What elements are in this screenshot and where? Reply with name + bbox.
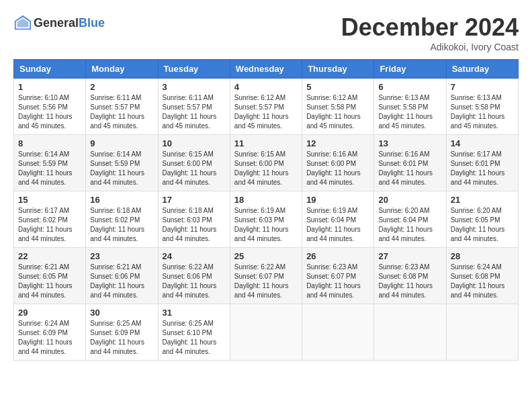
day-info: Sunrise: 6:24 AM Sunset: 6:08 PM Dayligh… (451, 263, 514, 300)
calendar-header-row: SundayMondayTuesdayWednesdayThursdayFrid… (14, 60, 519, 79)
calendar-cell: 23 Sunrise: 6:21 AM Sunset: 6:06 PM Dayl… (86, 248, 158, 304)
calendar-cell: 3 Sunrise: 6:11 AM Sunset: 5:57 PM Dayli… (158, 79, 230, 135)
day-number: 20 (378, 195, 441, 205)
calendar-cell: 27 Sunrise: 6:23 AM Sunset: 6:08 PM Dayl… (374, 248, 446, 304)
day-number: 23 (90, 251, 153, 261)
calendar-cell: 28 Sunrise: 6:24 AM Sunset: 6:08 PM Dayl… (446, 248, 518, 304)
day-number: 15 (18, 195, 81, 205)
day-info: Sunrise: 6:20 AM Sunset: 6:04 PM Dayligh… (378, 206, 441, 244)
day-info: Sunrise: 6:10 AM Sunset: 5:56 PM Dayligh… (18, 93, 81, 131)
logo: GeneralBlue (13, 13, 105, 32)
logo-icon (13, 13, 32, 32)
day-number: 19 (306, 195, 369, 205)
day-info: Sunrise: 6:18 AM Sunset: 6:03 PM Dayligh… (163, 206, 226, 244)
day-number: 9 (90, 138, 153, 148)
day-number: 5 (306, 82, 369, 92)
day-info: Sunrise: 6:13 AM Sunset: 5:58 PM Dayligh… (451, 93, 514, 131)
day-info: Sunrise: 6:17 AM Sunset: 6:01 PM Dayligh… (451, 150, 514, 187)
day-number: 24 (163, 251, 226, 261)
calendar-week-row: 1 Sunrise: 6:10 AM Sunset: 5:56 PM Dayli… (14, 79, 519, 135)
month-title: December 2024 (341, 13, 519, 42)
calendar-header-monday: Monday (86, 60, 158, 79)
calendar-cell: 25 Sunrise: 6:22 AM Sunset: 6:07 PM Dayl… (230, 248, 302, 304)
calendar-cell: 14 Sunrise: 6:17 AM Sunset: 6:01 PM Dayl… (446, 135, 518, 191)
calendar-cell: 4 Sunrise: 6:12 AM Sunset: 5:57 PM Dayli… (230, 79, 302, 135)
day-number: 11 (234, 138, 298, 148)
day-number: 16 (90, 195, 153, 205)
day-number: 26 (306, 251, 369, 261)
logo-general: General (34, 16, 79, 30)
day-info: Sunrise: 6:24 AM Sunset: 6:09 PM Dayligh… (18, 319, 81, 357)
calendar-cell: 16 Sunrise: 6:18 AM Sunset: 6:02 PM Dayl… (86, 191, 158, 248)
calendar-cell: 9 Sunrise: 6:14 AM Sunset: 5:59 PM Dayli… (86, 135, 158, 191)
day-number: 25 (234, 251, 298, 261)
calendar-cell: 20 Sunrise: 6:20 AM Sunset: 6:04 PM Dayl… (374, 191, 446, 248)
day-info: Sunrise: 6:11 AM Sunset: 5:57 PM Dayligh… (90, 93, 153, 131)
day-number: 12 (306, 138, 369, 148)
calendar-cell: 5 Sunrise: 6:12 AM Sunset: 5:58 PM Dayli… (302, 79, 374, 135)
day-info: Sunrise: 6:22 AM Sunset: 6:06 PM Dayligh… (163, 263, 226, 300)
day-info: Sunrise: 6:22 AM Sunset: 6:07 PM Dayligh… (234, 263, 298, 300)
calendar-header-wednesday: Wednesday (230, 60, 302, 79)
calendar-week-row: 29 Sunrise: 6:24 AM Sunset: 6:09 PM Dayl… (14, 304, 519, 361)
calendar-cell: 10 Sunrise: 6:15 AM Sunset: 6:00 PM Dayl… (158, 135, 230, 191)
day-info: Sunrise: 6:21 AM Sunset: 6:05 PM Dayligh… (18, 263, 81, 300)
day-number: 22 (18, 251, 81, 261)
day-info: Sunrise: 6:23 AM Sunset: 6:08 PM Dayligh… (378, 263, 441, 300)
day-number: 7 (451, 82, 514, 92)
day-number: 18 (234, 195, 298, 205)
day-info: Sunrise: 6:16 AM Sunset: 6:01 PM Dayligh… (378, 150, 441, 187)
day-info: Sunrise: 6:23 AM Sunset: 6:07 PM Dayligh… (306, 263, 369, 300)
day-number: 2 (90, 82, 153, 92)
day-number: 4 (234, 82, 298, 92)
calendar-cell: 8 Sunrise: 6:14 AM Sunset: 5:59 PM Dayli… (14, 135, 86, 191)
day-number: 14 (451, 138, 514, 148)
calendar-header-thursday: Thursday (302, 60, 374, 79)
day-number: 21 (451, 195, 514, 205)
day-number: 29 (18, 308, 81, 318)
day-info: Sunrise: 6:12 AM Sunset: 5:58 PM Dayligh… (306, 93, 369, 131)
day-info: Sunrise: 6:17 AM Sunset: 6:02 PM Dayligh… (18, 206, 81, 244)
calendar-header-sunday: Sunday (14, 60, 86, 79)
day-info: Sunrise: 6:14 AM Sunset: 5:59 PM Dayligh… (90, 150, 153, 187)
calendar-week-row: 8 Sunrise: 6:14 AM Sunset: 5:59 PM Dayli… (14, 135, 519, 191)
day-number: 1 (18, 82, 81, 92)
calendar-cell: 26 Sunrise: 6:23 AM Sunset: 6:07 PM Dayl… (302, 248, 374, 304)
calendar-cell: 30 Sunrise: 6:25 AM Sunset: 6:09 PM Dayl… (86, 304, 158, 361)
calendar-cell: 12 Sunrise: 6:16 AM Sunset: 6:00 PM Dayl… (302, 135, 374, 191)
day-number: 3 (163, 82, 226, 92)
day-number: 13 (378, 138, 441, 148)
logo-wordmark: GeneralBlue (34, 16, 105, 30)
calendar-cell: 15 Sunrise: 6:17 AM Sunset: 6:02 PM Dayl… (14, 191, 86, 248)
calendar-cell: 24 Sunrise: 6:22 AM Sunset: 6:06 PM Dayl… (158, 248, 230, 304)
calendar-cell: 18 Sunrise: 6:19 AM Sunset: 6:03 PM Dayl… (230, 191, 302, 248)
day-info: Sunrise: 6:20 AM Sunset: 6:05 PM Dayligh… (451, 206, 514, 244)
day-info: Sunrise: 6:12 AM Sunset: 5:57 PM Dayligh… (234, 93, 298, 131)
day-info: Sunrise: 6:21 AM Sunset: 6:06 PM Dayligh… (90, 263, 153, 300)
page-header: GeneralBlue December 2024 Adikokoi, Ivor… (13, 13, 519, 52)
title-block: December 2024 Adikokoi, Ivory Coast (341, 13, 519, 52)
day-number: 6 (378, 82, 441, 92)
day-number: 10 (163, 138, 226, 148)
calendar-header-friday: Friday (374, 60, 446, 79)
calendar-cell: 2 Sunrise: 6:11 AM Sunset: 5:57 PM Dayli… (86, 79, 158, 135)
calendar-header-saturday: Saturday (446, 60, 518, 79)
day-number: 30 (90, 308, 153, 318)
day-info: Sunrise: 6:13 AM Sunset: 5:58 PM Dayligh… (378, 93, 441, 131)
day-info: Sunrise: 6:18 AM Sunset: 6:02 PM Dayligh… (90, 206, 153, 244)
calendar-week-row: 15 Sunrise: 6:17 AM Sunset: 6:02 PM Dayl… (14, 191, 519, 248)
calendar-cell (302, 304, 374, 361)
day-info: Sunrise: 6:14 AM Sunset: 5:59 PM Dayligh… (18, 150, 81, 187)
day-number: 8 (18, 138, 81, 148)
calendar-cell: 1 Sunrise: 6:10 AM Sunset: 5:56 PM Dayli… (14, 79, 86, 135)
calendar-cell: 11 Sunrise: 6:15 AM Sunset: 6:00 PM Dayl… (230, 135, 302, 191)
day-info: Sunrise: 6:19 AM Sunset: 6:03 PM Dayligh… (234, 206, 298, 244)
day-number: 28 (451, 251, 514, 261)
calendar-cell (374, 304, 446, 361)
calendar-cell: 17 Sunrise: 6:18 AM Sunset: 6:03 PM Dayl… (158, 191, 230, 248)
calendar-cell: 31 Sunrise: 6:25 AM Sunset: 6:10 PM Dayl… (158, 304, 230, 361)
day-number: 27 (378, 251, 441, 261)
calendar-cell (230, 304, 302, 361)
calendar-cell: 21 Sunrise: 6:20 AM Sunset: 6:05 PM Dayl… (446, 191, 518, 248)
day-info: Sunrise: 6:11 AM Sunset: 5:57 PM Dayligh… (163, 93, 226, 131)
